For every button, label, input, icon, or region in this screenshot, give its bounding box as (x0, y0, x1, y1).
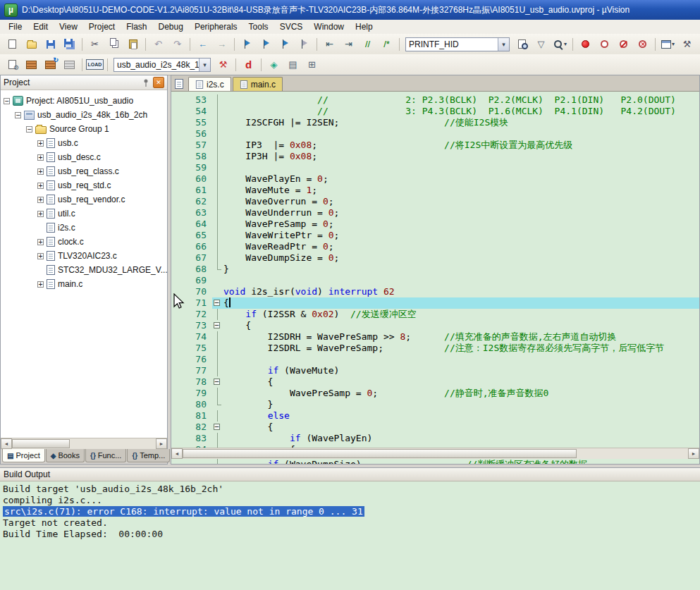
code-line[interactable]: 65 WaveWritePtr = 0; (171, 230, 699, 241)
new-file-button[interactable] (4, 36, 21, 53)
fold-marker[interactable] (212, 376, 223, 388)
panel-tab-books[interactable]: ◈Books (46, 449, 85, 462)
code-line[interactable]: 76 (171, 354, 699, 365)
tree-expander[interactable]: + (37, 253, 44, 259)
tree-item[interactable]: +main.c (1, 277, 167, 291)
scrollbar-track[interactable] (12, 438, 156, 449)
menu-view[interactable]: View (54, 20, 83, 33)
tree-item[interactable]: −Source Group 1 (1, 122, 167, 136)
tree-expander[interactable]: − (26, 126, 32, 133)
tree-expander[interactable]: + (37, 140, 44, 147)
code-line[interactable]: 67 WaveDumpSize = 0; (171, 252, 699, 264)
search-button[interactable]: ▾ (551, 36, 569, 53)
code-line[interactable]: if (WaveDumpSize) //判断缓冲区有准备好的数据 (171, 459, 699, 464)
breakpoint-margin[interactable] (171, 185, 181, 196)
chevron-down-icon[interactable]: ▾ (199, 59, 210, 71)
tree-item[interactable]: +util.c (1, 207, 167, 221)
code-line[interactable]: 56 (171, 128, 699, 140)
scroll-left-button[interactable]: ◄ (1, 438, 12, 449)
panel-tab-func[interactable]: {}Func... (85, 449, 126, 462)
code-line[interactable]: 75 I2SDRL = WavePreSamp; //注意：I2S数据寄存器必须… (171, 343, 699, 354)
pin-panel-button[interactable] (141, 78, 151, 87)
output-line[interactable]: Build Time Elapsed: 00:00:00 (3, 529, 697, 540)
code-line[interactable]: 78 { (171, 376, 699, 388)
build-output-content[interactable]: Build target 'usb_audio_i2s_48k_16b_2ch'… (0, 481, 700, 590)
configure-button[interactable]: ⚒ (678, 36, 696, 53)
breakpoint-margin[interactable] (171, 219, 181, 230)
tree-item[interactable]: i2s.c (1, 221, 167, 235)
code-line[interactable]: 81 else (171, 410, 699, 422)
copy-button[interactable] (105, 36, 123, 53)
breakpoint-margin[interactable] (171, 365, 181, 376)
breakpoint-margin[interactable] (171, 128, 181, 140)
menu-window[interactable]: Window (308, 20, 350, 33)
breakpoint-margin[interactable] (171, 207, 181, 219)
menu-project[interactable]: Project (83, 20, 121, 33)
build-button[interactable] (23, 56, 40, 73)
output-line[interactable]: src\i2s.c(71): error C168: interrupt: va… (3, 506, 697, 517)
breakpoint-margin[interactable] (171, 230, 181, 241)
outdent-button[interactable]: ⇤ (321, 36, 338, 53)
code-line[interactable]: 60 WavePlayEn = 0; (171, 173, 699, 185)
title-bar[interactable]: µ D:\Desktop\AI8051U-DEMO-CODE-V1.2\Ai80… (0, 0, 700, 20)
indent-button[interactable]: ⇥ (340, 36, 357, 53)
save-all-button[interactable] (61, 36, 78, 53)
scroll-right-button[interactable]: ► (688, 448, 699, 459)
uncomment-selection-button[interactable]: /* (378, 36, 395, 53)
disable-breakpoint-button[interactable] (596, 36, 613, 53)
tree-item[interactable]: +clock.c (1, 235, 167, 249)
breakpoint-margin[interactable] (171, 106, 181, 117)
tree-expander[interactable]: − (4, 98, 10, 104)
output-line[interactable]: Build target 'usb_audio_i2s_48k_16b_2ch' (3, 484, 697, 495)
breakpoint-margin[interactable] (171, 117, 181, 128)
redo-button[interactable]: ↷ (168, 36, 186, 53)
download-button[interactable]: LOAD (86, 56, 104, 73)
menu-debug[interactable]: Debug (153, 20, 189, 33)
code-line[interactable]: 68} (171, 264, 699, 275)
breakpoint-margin[interactable] (171, 275, 181, 286)
editor-tab-i2sc[interactable]: i2s.c (188, 77, 231, 91)
scrollbar-track[interactable] (183, 448, 688, 459)
disable-all-breakpoints-button[interactable] (615, 36, 632, 53)
target-options-button[interactable]: ⚒ (214, 56, 232, 73)
breakpoint-margin[interactable] (171, 410, 181, 422)
code-line[interactable]: 79 WavePreSamp = 0; //静音时,准备声音数据0 (171, 388, 699, 399)
code-line[interactable]: 66 WaveReadPtr = 0; (171, 241, 699, 252)
breakpoint-margin[interactable] (171, 354, 181, 365)
chevron-down-icon[interactable]: ▾ (498, 38, 509, 51)
breakpoint-margin[interactable] (171, 140, 181, 151)
fold-marker[interactable] (212, 422, 223, 433)
breakpoint-margin[interactable] (171, 241, 181, 252)
batch-build-button[interactable] (61, 56, 78, 73)
panel-tab-temp[interactable]: {}Temp... (127, 449, 170, 462)
code-line[interactable]: 80 } (171, 399, 699, 410)
tree-expander[interactable]: + (37, 211, 44, 217)
code-line[interactable]: 61 WaveMute = 1; (171, 185, 699, 196)
code-area[interactable]: 53 // 2: P2.3(BCLK) P2.2(MCLK) P2.1(DIN)… (171, 92, 699, 448)
scroll-left-button[interactable]: ◄ (171, 448, 183, 459)
tree-expander[interactable]: − (15, 112, 21, 118)
menu-help[interactable]: Help (350, 20, 379, 33)
scroll-right-button[interactable]: ► (156, 438, 167, 449)
paste-button[interactable] (124, 36, 142, 53)
split-window-button[interactable]: ⊞ (303, 56, 321, 73)
fold-marker[interactable] (212, 320, 223, 331)
output-line[interactable]: Target not created. (3, 517, 697, 529)
code-line[interactable]: 58 IP3H |= 0x08; (171, 151, 699, 162)
code-line[interactable]: 82 { (171, 422, 699, 433)
toggle-bookmark-button[interactable] (238, 36, 256, 53)
clear-bookmarks-button[interactable] (295, 36, 313, 53)
menu-edit[interactable]: Edit (27, 20, 54, 33)
menu-tools[interactable]: Tools (243, 20, 274, 33)
menu-file[interactable]: File (3, 20, 27, 33)
panel-tab-project[interactable]: ▤Project (2, 449, 45, 462)
tree-expander[interactable]: + (37, 281, 44, 288)
code-line[interactable]: 57 IP3 |= 0x08; //将I2S中断设置为最高优先级 (171, 140, 699, 151)
breakpoint-margin[interactable] (171, 309, 181, 320)
breakpoint-margin[interactable] (171, 422, 181, 433)
code-line[interactable]: 62 WaveOverrun = 0; (171, 196, 699, 207)
windows-list-button[interactable]: ▾ (659, 36, 677, 53)
tree-expander[interactable]: + (37, 239, 44, 245)
pack-installer-button[interactable]: ◈ (265, 56, 283, 73)
tree-item[interactable]: +usb_req_vendor.c (1, 192, 167, 207)
